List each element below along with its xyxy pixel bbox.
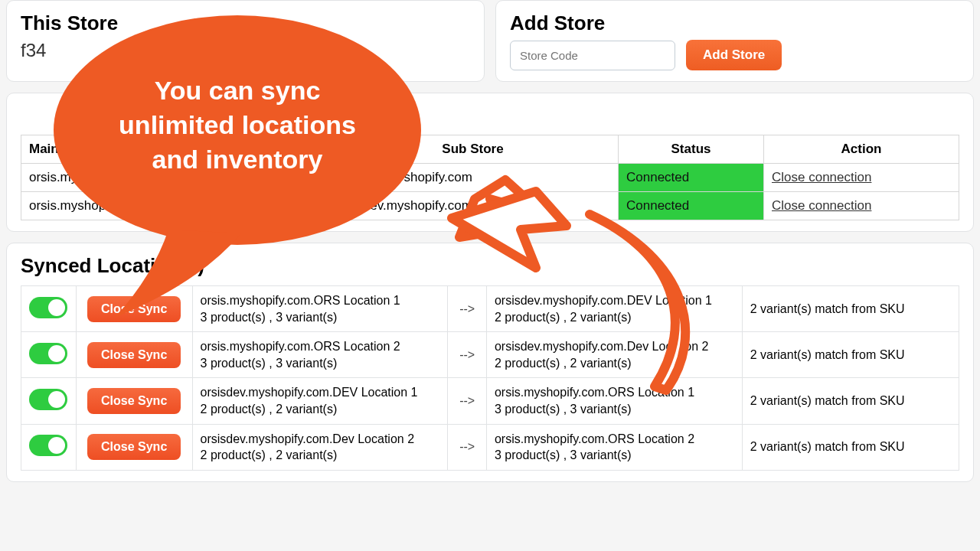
status-badge: Connected xyxy=(619,164,764,192)
main-store-cell: orsis.myshopify.com xyxy=(21,192,328,220)
destination-location: orsisdev.myshopify.com.Dev Location 22 p… xyxy=(486,332,742,378)
status-badge: Connected xyxy=(619,192,764,220)
destination-location: orsisdev.myshopify.com.DEV Location 12 p… xyxy=(486,286,742,332)
connections-table: Main Store Sub Store Status Action orsis… xyxy=(21,135,959,220)
col-action: Action xyxy=(764,135,959,164)
source-location: orsisdev.myshopify.com.DEV Location 12 p… xyxy=(192,378,448,424)
close-sync-button[interactable]: Close Sync xyxy=(87,434,181,460)
add-store-title: Add Store xyxy=(510,11,959,35)
close-sync-button[interactable]: Close Sync xyxy=(87,342,181,368)
close-sync-button[interactable]: Close Sync xyxy=(87,388,181,414)
arrow-icon: --> xyxy=(448,378,487,424)
source-location: orsis.myshopify.com.ORS Location 13 prod… xyxy=(192,286,448,332)
table-row: Close Syncorsis.myshopify.com.ORS Locati… xyxy=(21,286,959,332)
match-info: 2 variant(s) match from SKU xyxy=(742,286,959,332)
add-store-button[interactable]: Add Store xyxy=(686,40,782,70)
sub-store-cell: orsisdev.myshopify.com xyxy=(328,164,619,192)
table-row: Close Syncorsisdev.myshopify.com.Dev Loc… xyxy=(21,424,959,470)
close-connection-link[interactable]: Close connection xyxy=(772,170,871,184)
destination-location: orsis.myshopify.com.ORS Location 23 prod… xyxy=(486,424,742,470)
main-store-cell: orsis.myshopify.com xyxy=(21,164,328,192)
arrow-icon: --> xyxy=(448,332,487,378)
sub-store-cell: orsisdev.myshopify.com xyxy=(328,192,619,220)
synced-table: Close Syncorsis.myshopify.com.ORS Locati… xyxy=(21,285,959,471)
add-store-card: Add Store Add Store xyxy=(495,0,974,82)
source-location: orsis.myshopify.com.ORS Location 23 prod… xyxy=(192,332,448,378)
destination-location: orsis.myshopify.com.ORS Location 13 prod… xyxy=(486,378,742,424)
arrow-icon: --> xyxy=(448,286,487,332)
match-info: 2 variant(s) match from SKU xyxy=(742,332,959,378)
close-connection-link[interactable]: Close connection xyxy=(772,198,871,213)
sync-toggle[interactable] xyxy=(29,435,67,456)
store-code-input[interactable] xyxy=(510,41,675,70)
col-sub-store: Sub Store xyxy=(328,135,619,164)
connections-card: Main Store Sub Store Status Action orsis… xyxy=(6,93,974,232)
table-row: Close Syncorsis.myshopify.com.ORS Locati… xyxy=(21,332,959,378)
action-cell: Close connection xyxy=(764,164,959,192)
match-info: 2 variant(s) match from SKU xyxy=(742,424,959,470)
sync-toggle[interactable] xyxy=(29,297,67,318)
this-store-card: This Store f34 xyxy=(6,0,485,82)
col-main-store: Main Store xyxy=(21,135,328,164)
source-location: orsisdev.myshopify.com.Dev Location 22 p… xyxy=(192,424,448,470)
table-row: orsis.myshopify.comorsisdev.myshopify.co… xyxy=(21,192,959,220)
match-info: 2 variant(s) match from SKU xyxy=(742,378,959,424)
this-store-title: This Store xyxy=(21,11,470,35)
table-row: Close Syncorsisdev.myshopify.com.DEV Loc… xyxy=(21,378,959,424)
col-status: Status xyxy=(619,135,764,164)
close-sync-button[interactable]: Close Sync xyxy=(87,296,181,322)
table-row: orsis.myshopify.comorsisdev.myshopify.co… xyxy=(21,164,959,192)
arrow-icon: --> xyxy=(448,424,487,470)
synced-title: Synced Location(s) xyxy=(21,254,959,278)
action-cell: Close connection xyxy=(764,192,959,220)
synced-locations-card: Synced Location(s) Close Syncorsis.mysho… xyxy=(6,243,974,482)
sync-toggle[interactable] xyxy=(29,343,67,364)
this-store-code: f34 xyxy=(21,40,470,61)
sync-toggle[interactable] xyxy=(29,389,67,410)
